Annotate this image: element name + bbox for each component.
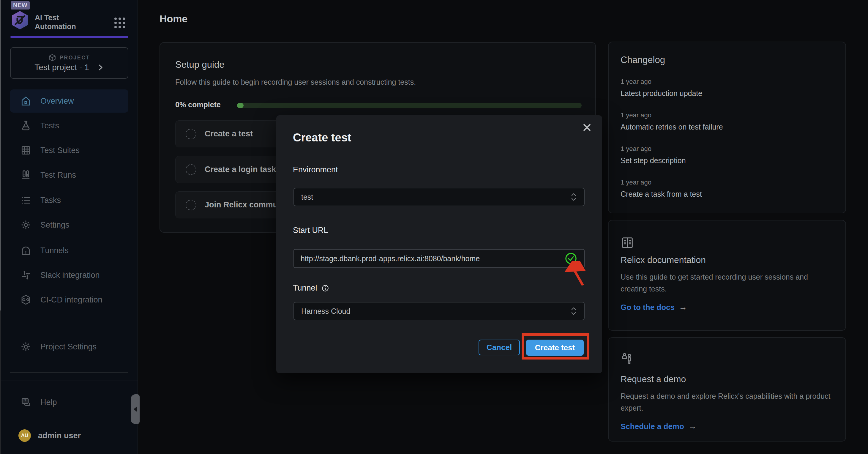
- sidebar-collapse-handle[interactable]: [131, 394, 140, 424]
- sidebar-item-label: Help: [40, 398, 57, 407]
- app-switcher-icon[interactable]: [114, 17, 126, 29]
- page-title: Home: [159, 13, 187, 25]
- user-menu[interactable]: AU admin user: [10, 424, 128, 447]
- sidebar-item-label: CI-CD integration: [40, 295, 102, 305]
- user-name: admin user: [38, 431, 81, 440]
- changelog-time: 1 year ago: [621, 112, 651, 119]
- sidebar-item-label: Settings: [40, 220, 69, 230]
- sidebar-item-project-settings[interactable]: Project Settings: [10, 335, 128, 358]
- chevron-left-icon: [134, 406, 137, 412]
- changelog-entry[interactable]: Set step description: [621, 156, 686, 165]
- cicd-icon: [20, 294, 31, 305]
- sidebar-item-label: Tunnels: [40, 246, 69, 255]
- start-url-value: http://stage.dbank.prod-apps.relicx.ai:8…: [301, 254, 564, 263]
- changelog-entry[interactable]: Latest production update: [621, 89, 702, 98]
- app-title: AI Test Automation: [35, 13, 76, 31]
- avatar: AU: [19, 429, 31, 442]
- new-badge: NEW: [11, 1, 30, 9]
- incomplete-step-icon: [186, 164, 196, 175]
- test-runs-icon: [20, 169, 31, 181]
- docs-heading: Relicx documentation: [621, 255, 706, 265]
- demo-link[interactable]: Schedule a demo →: [621, 422, 696, 431]
- changelog-time: 1 year ago: [621, 145, 651, 153]
- sidebar-item-test-runs[interactable]: Test Runs: [10, 163, 128, 187]
- progress-bar: [237, 103, 582, 108]
- sidebar-item-tasks[interactable]: Tasks: [10, 189, 128, 212]
- valid-check-icon: [564, 252, 578, 265]
- demo-body: Request a demo and explore Relicx's capa…: [621, 390, 832, 414]
- sidebar-item-label: Project Settings: [40, 342, 97, 352]
- changelog-card: Changelog 1 year ago Latest production u…: [608, 41, 846, 213]
- progress-label: 0% complete: [175, 100, 221, 109]
- arrow-right-icon: →: [679, 302, 687, 312]
- docs-link[interactable]: Go to the docs →: [621, 302, 687, 312]
- cube-icon: [49, 54, 56, 61]
- tunnel-label: Tunnel: [293, 283, 329, 293]
- flask-icon: [20, 120, 31, 131]
- app-logo-icon: [11, 11, 29, 30]
- create-test-modal: Create test Environment test Start URL h…: [276, 115, 602, 373]
- incomplete-step-icon: [186, 200, 196, 210]
- info-icon[interactable]: [321, 284, 329, 292]
- cancel-button[interactable]: Cancel: [478, 340, 520, 355]
- window-scrollbar-track: [0, 310, 1, 454]
- sidebar-bottom-divider: [0, 381, 138, 381]
- close-icon[interactable]: [582, 122, 592, 132]
- help-chat-icon: ?: [20, 397, 31, 408]
- home-icon: [20, 95, 31, 107]
- sidebar-item-cicd-integration[interactable]: CI-CD integration: [10, 288, 128, 311]
- sidebar-item-help[interactable]: ? Help: [10, 391, 128, 414]
- setup-guide-description: Follow this guide to begin recording use…: [175, 78, 416, 87]
- tunnel-icon: [20, 245, 31, 256]
- select-chevrons-icon: [570, 192, 577, 202]
- changelog-entry[interactable]: Automatic retries on test failure: [621, 123, 723, 131]
- changelog-time: 1 year ago: [621, 179, 651, 186]
- modal-title: Create test: [293, 131, 351, 144]
- tunnel-select[interactable]: Harness Cloud: [293, 302, 585, 320]
- demo-heading: Request a demo: [621, 374, 686, 384]
- checklist-item-label: Create a login task: [205, 165, 276, 174]
- environment-select[interactable]: test: [293, 188, 585, 206]
- docs-body: Use this guide to get started recording …: [621, 271, 832, 295]
- people-icon: [621, 352, 634, 365]
- docs-card: Relicx documentation Use this guide to g…: [608, 220, 846, 331]
- app-window: NEW AI Test Automation: [0, 0, 868, 454]
- progress-fill: [237, 103, 244, 108]
- sidebar-item-label: Tests: [40, 121, 59, 130]
- start-url-label: Start URL: [293, 226, 328, 235]
- sidebar-item-label: Test Runs: [40, 171, 76, 180]
- sidebar-item-overview[interactable]: Overview: [10, 89, 128, 113]
- environment-label: Environment: [293, 165, 338, 174]
- sidebar-item-tunnels[interactable]: Tunnels: [10, 239, 128, 262]
- sidebar-item-test-suites[interactable]: Test Suites: [10, 139, 128, 162]
- changelog-heading: Changelog: [621, 55, 665, 65]
- create-test-button[interactable]: Create test: [526, 340, 584, 356]
- slack-icon: [20, 270, 31, 281]
- svg-text:?: ?: [24, 399, 26, 403]
- sidebar-item-label: Test Suites: [40, 146, 80, 155]
- sidebar-item-tests[interactable]: Tests: [10, 114, 128, 137]
- environment-value: test: [301, 193, 570, 202]
- incomplete-step-icon: [186, 129, 196, 139]
- project-name: Test project - 1: [34, 63, 89, 72]
- gear-icon: [20, 341, 31, 353]
- arrow-right-icon: →: [688, 422, 696, 431]
- sidebar-item-settings[interactable]: Settings: [10, 213, 128, 237]
- project-selector[interactable]: PROJECT Test project - 1: [10, 47, 128, 79]
- tunnel-value: Harness Cloud: [301, 307, 570, 315]
- demo-card: Request a demo Request a demo and explor…: [608, 337, 846, 442]
- changelog-time: 1 year ago: [621, 78, 651, 86]
- brand-divider: [10, 36, 128, 38]
- table-grid-icon: [20, 145, 31, 156]
- sidebar: NEW AI Test Automation: [0, 0, 138, 454]
- sidebar-item-label: Overview: [40, 97, 74, 106]
- sidebar-item-slack-integration[interactable]: Slack integration: [10, 264, 128, 287]
- sidebar-item-label: Tasks: [40, 196, 61, 205]
- sidebar-item-label: Slack integration: [40, 271, 100, 280]
- select-chevrons-icon: [570, 307, 577, 315]
- setup-guide-heading: Setup guide: [175, 59, 224, 70]
- changelog-entry[interactable]: Create a task from a test: [621, 190, 702, 199]
- start-url-input[interactable]: http://stage.dbank.prod-apps.relicx.ai:8…: [293, 249, 585, 268]
- window-scrollbar[interactable]: [0, 0, 1, 310]
- project-eyebrow-label: PROJECT: [60, 55, 90, 61]
